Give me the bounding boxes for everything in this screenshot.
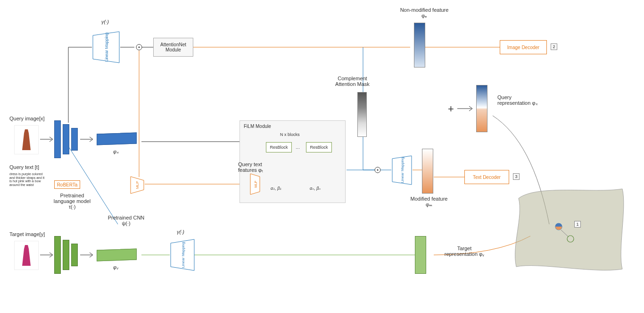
plus-symbol: + <box>448 103 454 115</box>
svg-text:MLP: MLP <box>135 181 140 189</box>
svg-point-14 <box>375 167 380 173</box>
svg-text:Linear Mapping: Linear Mapping <box>181 242 185 268</box>
num-1: 1 <box>574 221 581 228</box>
query-text-body: dress is purple colored and thicker stra… <box>9 172 47 187</box>
target-rep-label: Target representation φᵧ <box>441 245 488 257</box>
svg-point-15 <box>377 169 379 171</box>
query-rep-label: Query representation φₓ <box>497 94 545 106</box>
num-1-text: 1 <box>576 222 578 227</box>
linear-mapping-mid: Linear Mapping <box>391 155 413 186</box>
pretrained-lm-label: Pretrained language model τ(·) <box>51 193 93 210</box>
image-decoder-box: Image Decoder <box>500 40 547 54</box>
resblock-1-label: ResBlock <box>270 145 288 150</box>
num-2-text: 2 <box>553 44 555 49</box>
modified-feature-label: Modified feature φₘ <box>410 196 448 208</box>
dress-icon <box>21 128 32 151</box>
pretrained-cnn-label: Pretrained CNN ψ(·) <box>106 215 146 226</box>
target-image-thumbnail <box>14 241 39 270</box>
phi-x-block <box>97 133 139 146</box>
complement-mask-label: Complement Attention Mask <box>330 76 375 87</box>
dress-icon-target <box>21 244 32 267</box>
complement-mask-bar <box>357 92 367 137</box>
image-decoder-label: Image Decoder <box>507 45 539 50</box>
alpha1-label: α₁, β₁ <box>271 186 281 191</box>
mlp-trapezoid: MLP <box>130 176 145 195</box>
resblock-n-label: ResBlock <box>310 145 328 150</box>
phi-y-label: φᵧ <box>113 264 118 271</box>
target-rep-bar <box>415 236 426 274</box>
nblocks-label: N x blocks <box>280 132 300 137</box>
nonmod-feature-label: Non-modified feature φₒ <box>398 7 450 19</box>
roberta-label: RoBERTa <box>57 182 78 187</box>
resblock-1: ResBlock <box>266 142 292 152</box>
svg-point-4 <box>139 47 140 48</box>
dots-label: ⋯ <box>296 146 300 151</box>
phi-m-bar <box>422 149 433 194</box>
num-2: 2 <box>551 43 557 50</box>
film-module-label: FiLM Module <box>244 124 271 129</box>
roberta-box: RoBERTa <box>54 180 80 189</box>
phi-o-bar <box>414 23 425 68</box>
text-decoder-label: Text Decoder <box>473 175 501 180</box>
gamma1-label: γ(·) <box>101 19 109 25</box>
gamma2-label: γ(·) <box>177 229 184 235</box>
attentionnet-module: AttentionNet Module <box>153 38 193 57</box>
attentionnet-label: AttentionNet Module <box>156 42 191 52</box>
query-text-features-label: Query text features φₜ <box>238 161 273 173</box>
linear-mapping-top: Linear Mapping <box>92 31 120 64</box>
film-mlp-trapezoid: MLP <box>249 173 261 195</box>
phi-x-label: φₓ <box>113 149 119 155</box>
svg-text:MLP: MLP <box>254 180 257 187</box>
num-3: 3 <box>513 173 520 180</box>
svg-text:Linear Mapping: Linear Mapping <box>104 33 109 62</box>
svg-point-3 <box>136 44 142 50</box>
query-image-thumbnail <box>14 125 39 154</box>
alphan-label: αₙ, βₙ <box>310 186 321 191</box>
svg-text:Linear Mapping: Linear Mapping <box>400 157 405 183</box>
query-image-label: Query image[x] <box>9 116 45 121</box>
target-image-label: Target image[y] <box>9 231 45 237</box>
manifold-surface <box>509 179 632 279</box>
query-text-label: Query text [t] <box>9 164 39 170</box>
text-decoder-box: Text Decoder <box>464 170 509 184</box>
query-rep-bar <box>476 85 487 132</box>
num-3-text: 3 <box>515 174 517 179</box>
phi-y-block <box>97 249 139 262</box>
resblock-n: ResBlock <box>306 142 332 152</box>
linear-mapping-bottom: Linear Mapping <box>170 238 196 309</box>
